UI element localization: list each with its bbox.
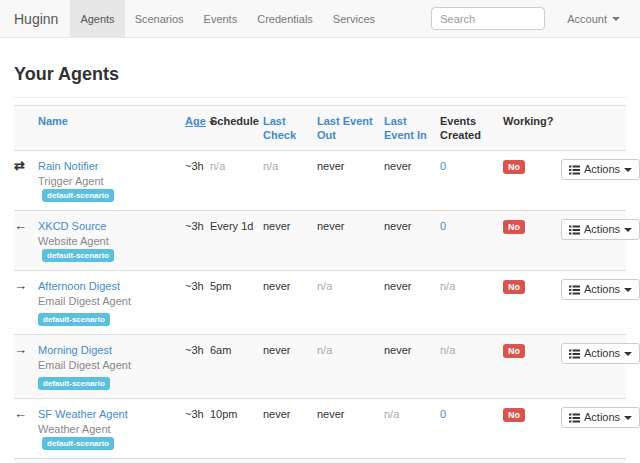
events-created-cell: 0 [440, 151, 503, 211]
events-created-cell: n/a [440, 271, 503, 335]
arrow-right-icon: → [14, 280, 27, 292]
direction-cell: → [14, 335, 38, 399]
actions-cell: Actions [561, 211, 626, 271]
agent-name-link[interactable]: Rain Notifier [38, 160, 99, 172]
age-cell: ~3h [185, 335, 210, 399]
actions-button-label: Actions [584, 412, 620, 423]
agent-type-label: Email Digest Agent [38, 359, 131, 371]
age-cell: ~3h [185, 459, 210, 463]
table-header-row: NameAgeScheduleLast CheckLast Event OutL… [14, 106, 626, 151]
events-created-cell: 0 [440, 211, 503, 271]
agent-name-link[interactable]: SF Weather Agent [38, 408, 128, 420]
last-event-out-cell: never [317, 399, 384, 459]
brand-link[interactable]: Huginn [0, 11, 70, 27]
last-event-in-cell: never [384, 151, 440, 211]
actions-button[interactable]: Actions [561, 407, 640, 428]
scenario-badge[interactable]: default-scenario [42, 249, 114, 262]
account-label: Account [567, 13, 607, 25]
header-last-check: Last Check [263, 106, 317, 151]
last-check-cell: never [263, 459, 317, 463]
actions-cell: Actions [561, 151, 626, 211]
direction-cell: ← [14, 459, 38, 463]
last-event-in-cell: n/a [384, 399, 440, 459]
scenario-badge[interactable]: default-scenario [42, 437, 114, 450]
navbar: Huginn AgentsScenariosEventsCredentialsS… [0, 0, 640, 38]
main-content: Your Agents NameAgeScheduleLast CheckLas… [0, 64, 640, 463]
agent-type-label: Email Digest Agent [38, 295, 131, 307]
nav-item-agents[interactable]: Agents [70, 0, 124, 38]
table-row: → Afternoon Digest Email Digest Agent de… [14, 271, 626, 335]
working-badge: No [503, 280, 525, 294]
nav-item-events[interactable]: Events [194, 0, 248, 38]
list-icon [569, 349, 580, 359]
agent-type-label: Trigger Agent [38, 175, 104, 187]
chevron-down-icon [612, 17, 620, 21]
list-icon [569, 285, 580, 295]
agents-table: NameAgeScheduleLast CheckLast Event OutL… [14, 105, 626, 463]
header-direction [14, 106, 38, 151]
page-title: Your Agents [14, 64, 626, 85]
agent-type-label: Weather Agent [38, 423, 111, 435]
schedule-cell: Every 1d [210, 459, 263, 463]
header-events-created: Events Created [440, 106, 503, 151]
actions-button-label: Actions [584, 224, 620, 235]
header-working: Working? [503, 106, 561, 151]
working-badge: No [503, 220, 525, 234]
name-cell: XKCD Source Website Agentdefault-scenari… [38, 211, 185, 271]
nav-item-scenarios[interactable]: Scenarios [125, 0, 194, 38]
arrow-left-icon: ← [14, 408, 27, 420]
search-input[interactable] [431, 7, 545, 30]
agent-name-link[interactable]: Afternoon Digest [38, 280, 120, 292]
agent-type-label: Website Agent [38, 235, 109, 247]
actions-button[interactable]: Actions [561, 343, 640, 364]
last-event-out-cell: never [317, 211, 384, 271]
schedule-cell: Every 1d [210, 211, 263, 271]
events-created-cell: 0 [440, 399, 503, 459]
last-check-cell: never [263, 335, 317, 399]
schedule-cell: 10pm [210, 399, 263, 459]
agent-name-link[interactable]: Morning Digest [38, 344, 112, 356]
nav-item-services[interactable]: Services [323, 0, 385, 38]
actions-button[interactable]: Actions [561, 219, 640, 240]
working-cell: No [503, 459, 561, 463]
last-event-in-cell: never [384, 271, 440, 335]
table-row: ⇄ Rain Notifier Trigger Agentdefault-sce… [14, 151, 626, 211]
last-check-cell: never [263, 211, 317, 271]
nav-item-credentials[interactable]: Credentials [247, 0, 323, 38]
last-event-in-cell: never [384, 211, 440, 271]
schedule-cell: n/a [210, 151, 263, 211]
actions-button-label: Actions [584, 348, 620, 359]
scenario-badge[interactable]: default-scenario [38, 313, 110, 326]
working-cell: No [503, 211, 561, 271]
events-created-cell: 0 [440, 459, 503, 463]
nav-menu: AgentsScenariosEventsCredentialsServices [70, 0, 385, 38]
actions-button[interactable]: Actions [561, 159, 640, 180]
actions-button[interactable]: Actions [561, 279, 640, 300]
header-age: Age [185, 106, 210, 151]
table-row: ← SF Weather Agent Weather Agentdefault-… [14, 399, 626, 459]
schedule-cell: 6am [210, 335, 263, 399]
exchange-icon: ⇄ [14, 160, 25, 172]
header-last-event-out: Last Event Out [317, 106, 384, 151]
working-cell: No [503, 335, 561, 399]
scenario-badge[interactable]: default-scenario [42, 189, 114, 202]
name-cell: Morning Digest Email Digest Agent defaul… [38, 335, 185, 399]
header-schedule: Schedule [210, 106, 263, 151]
header-actions [561, 106, 626, 151]
last-check-cell: never [263, 271, 317, 335]
last-check-cell: never [263, 399, 317, 459]
actions-cell: Actions [561, 459, 626, 463]
working-badge: No [503, 408, 525, 422]
last-event-out-cell: never [317, 459, 384, 463]
actions-cell: Actions [561, 335, 626, 399]
working-cell: No [503, 151, 561, 211]
schedule-cell: 5pm [210, 271, 263, 335]
arrow-left-icon: ← [14, 220, 27, 232]
scenario-badge[interactable]: default-scenario [38, 377, 110, 390]
age-cell: ~3h [185, 271, 210, 335]
account-dropdown[interactable]: Account [561, 12, 626, 26]
actions-button-label: Actions [584, 164, 620, 175]
agent-name-link[interactable]: XKCD Source [38, 220, 106, 232]
chevron-down-icon [624, 352, 632, 356]
chevron-down-icon [624, 168, 632, 172]
